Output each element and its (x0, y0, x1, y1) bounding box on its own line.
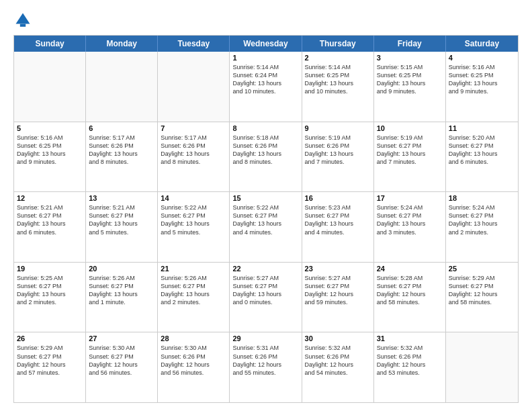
day-detail: Sunrise: 5:31 AM Sunset: 6:26 PM Dayligh… (232, 344, 298, 377)
day-number: 31 (377, 334, 443, 342)
day-number: 25 (449, 265, 515, 273)
day-detail: Sunrise: 5:28 AM Sunset: 6:27 PM Dayligh… (377, 274, 443, 307)
day-detail: Sunrise: 5:30 AM Sunset: 6:26 PM Dayligh… (161, 344, 226, 377)
table-row: 21Sunrise: 5:26 AM Sunset: 6:27 PM Dayli… (158, 263, 230, 332)
day-detail: Sunrise: 5:29 AM Sunset: 6:27 PM Dayligh… (17, 344, 83, 377)
table-row: 29Sunrise: 5:31 AM Sunset: 6:26 PM Dayli… (230, 332, 302, 402)
svg-marker-0 (16, 13, 30, 24)
day-number: 1 (232, 54, 298, 62)
table-row: 11Sunrise: 5:20 AM Sunset: 6:27 PM Dayli… (446, 122, 518, 192)
table-row: 25Sunrise: 5:29 AM Sunset: 6:27 PM Dayli… (446, 263, 518, 332)
calendar-header: SundayMondayTuesdayWednesdayThursdayFrid… (14, 36, 518, 52)
table-row: 3Sunrise: 5:15 AM Sunset: 6:25 PM Daylig… (374, 52, 446, 122)
day-number: 15 (232, 194, 298, 202)
table-row: 14Sunrise: 5:22 AM Sunset: 6:27 PM Dayli… (158, 192, 230, 262)
table-row: 16Sunrise: 5:23 AM Sunset: 6:27 PM Dayli… (302, 192, 374, 262)
day-number: 5 (17, 124, 83, 132)
day-number: 28 (161, 334, 226, 342)
day-detail: Sunrise: 5:32 AM Sunset: 6:26 PM Dayligh… (305, 344, 371, 377)
day-number: 26 (17, 334, 83, 342)
table-row: 27Sunrise: 5:30 AM Sunset: 6:27 PM Dayli… (86, 332, 158, 402)
day-number: 4 (449, 54, 515, 62)
table-row: 7Sunrise: 5:17 AM Sunset: 6:26 PM Daylig… (158, 122, 230, 192)
table-row: 17Sunrise: 5:24 AM Sunset: 6:27 PM Dayli… (374, 192, 446, 262)
day-detail: Sunrise: 5:14 AM Sunset: 6:25 PM Dayligh… (305, 63, 371, 96)
day-detail: Sunrise: 5:16 AM Sunset: 6:25 PM Dayligh… (449, 63, 515, 96)
day-number: 18 (449, 194, 515, 202)
calendar-week-2: 5Sunrise: 5:16 AM Sunset: 6:25 PM Daylig… (14, 122, 518, 193)
day-detail: Sunrise: 5:26 AM Sunset: 6:27 PM Dayligh… (161, 274, 226, 307)
day-number: 13 (89, 194, 154, 202)
svg-rect-1 (20, 24, 26, 27)
day-number: 30 (305, 334, 371, 342)
day-number: 22 (232, 265, 298, 273)
day-number: 2 (305, 54, 371, 62)
day-number: 21 (161, 265, 226, 273)
day-number: 20 (89, 265, 154, 273)
day-detail: Sunrise: 5:30 AM Sunset: 6:27 PM Dayligh… (89, 344, 154, 377)
day-detail: Sunrise: 5:24 AM Sunset: 6:27 PM Dayligh… (377, 203, 443, 236)
day-detail: Sunrise: 5:23 AM Sunset: 6:27 PM Dayligh… (305, 203, 371, 236)
table-row: 30Sunrise: 5:32 AM Sunset: 6:26 PM Dayli… (302, 332, 374, 402)
day-number: 24 (377, 265, 443, 273)
table-row: 9Sunrise: 5:19 AM Sunset: 6:26 PM Daylig… (302, 122, 374, 192)
day-number: 6 (89, 124, 154, 132)
calendar-week-4: 19Sunrise: 5:25 AM Sunset: 6:27 PM Dayli… (14, 263, 518, 333)
table-row: 18Sunrise: 5:24 AM Sunset: 6:27 PM Dayli… (446, 192, 518, 262)
table-row (14, 52, 86, 122)
table-row: 12Sunrise: 5:21 AM Sunset: 6:27 PM Dayli… (14, 192, 86, 262)
day-detail: Sunrise: 5:17 AM Sunset: 6:26 PM Dayligh… (161, 134, 226, 167)
logo-icon (13, 11, 32, 30)
weekday-header-monday: Monday (86, 36, 158, 52)
day-detail: Sunrise: 5:14 AM Sunset: 6:24 PM Dayligh… (232, 63, 298, 96)
day-number: 14 (161, 194, 226, 202)
day-number: 10 (377, 124, 443, 132)
day-detail: Sunrise: 5:22 AM Sunset: 6:27 PM Dayligh… (161, 203, 226, 236)
weekday-header-sunday: Sunday (14, 36, 86, 52)
day-number: 9 (305, 124, 371, 132)
logo (13, 11, 35, 30)
table-row: 19Sunrise: 5:25 AM Sunset: 6:27 PM Dayli… (14, 263, 86, 332)
day-detail: Sunrise: 5:16 AM Sunset: 6:25 PM Dayligh… (17, 134, 83, 167)
day-detail: Sunrise: 5:27 AM Sunset: 6:27 PM Dayligh… (305, 274, 371, 307)
day-detail: Sunrise: 5:19 AM Sunset: 6:27 PM Dayligh… (377, 134, 443, 167)
day-detail: Sunrise: 5:32 AM Sunset: 6:26 PM Dayligh… (377, 344, 443, 377)
calendar: SundayMondayTuesdayWednesdayThursdayFrid… (13, 35, 519, 403)
day-number: 11 (449, 124, 515, 132)
table-row: 28Sunrise: 5:30 AM Sunset: 6:26 PM Dayli… (158, 332, 230, 402)
day-number: 7 (161, 124, 226, 132)
table-row (86, 52, 158, 122)
table-row: 13Sunrise: 5:21 AM Sunset: 6:27 PM Dayli… (86, 192, 158, 262)
weekday-header-thursday: Thursday (302, 36, 374, 52)
table-row: 20Sunrise: 5:26 AM Sunset: 6:27 PM Dayli… (86, 263, 158, 332)
day-number: 3 (377, 54, 443, 62)
page: SundayMondayTuesdayWednesdayThursdayFrid… (0, 0, 532, 411)
table-row: 24Sunrise: 5:28 AM Sunset: 6:27 PM Dayli… (374, 263, 446, 332)
table-row: 5Sunrise: 5:16 AM Sunset: 6:25 PM Daylig… (14, 122, 86, 192)
day-detail: Sunrise: 5:20 AM Sunset: 6:27 PM Dayligh… (449, 134, 515, 167)
table-row: 26Sunrise: 5:29 AM Sunset: 6:27 PM Dayli… (14, 332, 86, 402)
table-row: 4Sunrise: 5:16 AM Sunset: 6:25 PM Daylig… (446, 52, 518, 122)
table-row: 15Sunrise: 5:22 AM Sunset: 6:27 PM Dayli… (230, 192, 302, 262)
day-detail: Sunrise: 5:17 AM Sunset: 6:26 PM Dayligh… (89, 134, 154, 167)
day-number: 8 (232, 124, 298, 132)
table-row: 8Sunrise: 5:18 AM Sunset: 6:26 PM Daylig… (230, 122, 302, 192)
weekday-header-saturday: Saturday (446, 36, 518, 52)
day-detail: Sunrise: 5:19 AM Sunset: 6:26 PM Dayligh… (305, 134, 371, 167)
weekday-header-friday: Friday (374, 36, 446, 52)
day-detail: Sunrise: 5:15 AM Sunset: 6:25 PM Dayligh… (377, 63, 443, 96)
table-row (446, 332, 518, 402)
day-detail: Sunrise: 5:21 AM Sunset: 6:27 PM Dayligh… (89, 203, 154, 236)
day-number: 29 (232, 334, 298, 342)
table-row: 2Sunrise: 5:14 AM Sunset: 6:25 PM Daylig… (302, 52, 374, 122)
table-row: 10Sunrise: 5:19 AM Sunset: 6:27 PM Dayli… (374, 122, 446, 192)
day-number: 19 (17, 265, 83, 273)
day-detail: Sunrise: 5:24 AM Sunset: 6:27 PM Dayligh… (449, 203, 515, 236)
table-row: 1Sunrise: 5:14 AM Sunset: 6:24 PM Daylig… (230, 52, 302, 122)
day-detail: Sunrise: 5:25 AM Sunset: 6:27 PM Dayligh… (17, 274, 83, 307)
calendar-week-1: 1Sunrise: 5:14 AM Sunset: 6:24 PM Daylig… (14, 52, 518, 122)
calendar-body: 1Sunrise: 5:14 AM Sunset: 6:24 PM Daylig… (14, 52, 518, 402)
day-detail: Sunrise: 5:27 AM Sunset: 6:27 PM Dayligh… (232, 274, 298, 307)
day-detail: Sunrise: 5:22 AM Sunset: 6:27 PM Dayligh… (232, 203, 298, 236)
table-row: 6Sunrise: 5:17 AM Sunset: 6:26 PM Daylig… (86, 122, 158, 192)
